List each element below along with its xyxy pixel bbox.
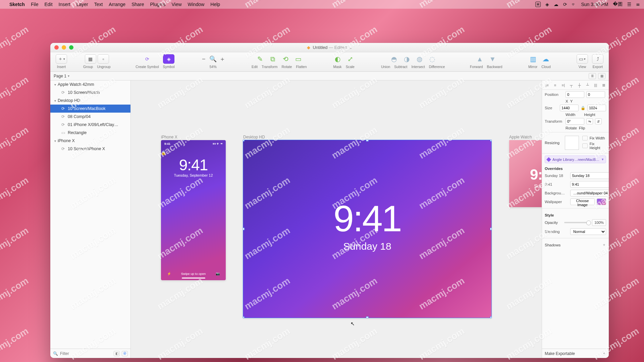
override-time-input[interactable] bbox=[570, 181, 609, 188]
artboard-desktop-selected[interactable]: 9:41 Sunday 18 bbox=[243, 140, 491, 318]
selection-handle[interactable] bbox=[243, 228, 245, 230]
toolbar-export[interactable]: ⤴ Export bbox=[592, 54, 603, 69]
zoom-magnifier-icon[interactable]: 🔍 bbox=[209, 54, 217, 64]
layer-symbol-instance[interactable]: ⟳10 Screen/iPhone X bbox=[50, 145, 130, 153]
backward-button[interactable]: ▼ bbox=[487, 54, 498, 64]
size-lock-icon[interactable]: 🔒 bbox=[581, 106, 585, 110]
dropbox-icon[interactable]: ◈ bbox=[545, 2, 549, 7]
mirror-button[interactable]: ▥ bbox=[527, 54, 539, 64]
zoom-out-button[interactable]: − bbox=[200, 54, 208, 64]
layer-artboard[interactable]: ▾iPhone X bbox=[50, 137, 130, 145]
selection-handle[interactable] bbox=[243, 140, 245, 141]
menu-text[interactable]: Text bbox=[94, 2, 103, 7]
position-x-input[interactable] bbox=[566, 91, 584, 98]
position-y-input[interactable] bbox=[586, 91, 605, 98]
symbol-reference[interactable]: Angle Library…reen/MacBook ▾ bbox=[545, 156, 606, 163]
zoom-in-button[interactable]: ＋ bbox=[218, 54, 226, 64]
align-vcenter-button[interactable]: ┼ bbox=[577, 82, 583, 88]
distribute-h-button[interactable]: ||| bbox=[593, 82, 599, 88]
flatten-button[interactable]: ▭ bbox=[292, 54, 304, 64]
component-view-toggle[interactable]: ▦ bbox=[598, 73, 605, 79]
page-selector[interactable]: Page 1 ▾ ≣ ▦ bbox=[50, 72, 609, 80]
wifi-icon[interactable]: ᯤ bbox=[572, 2, 576, 7]
fix-width-toggle[interactable] bbox=[582, 136, 588, 140]
mask-button[interactable]: ◐ bbox=[332, 54, 343, 64]
menu-plugins[interactable]: Plugins bbox=[150, 2, 166, 7]
selection-handle[interactable] bbox=[490, 140, 491, 141]
align-top-button[interactable]: ┬ bbox=[568, 82, 574, 88]
title-chevron-icon[interactable]: ⌄ bbox=[349, 46, 352, 50]
sync-icon[interactable]: ⟳ bbox=[563, 2, 567, 7]
cloud-button[interactable]: ☁ bbox=[540, 54, 551, 64]
align-bottom-button[interactable]: ┴ bbox=[585, 82, 591, 88]
layer-artboard[interactable]: ▾Desktop HD bbox=[50, 97, 130, 105]
layer-artboard[interactable]: ▾Apple Watch 42mm bbox=[50, 80, 130, 88]
layer-list-view-toggle[interactable]: ≣ bbox=[589, 73, 596, 79]
difference-button[interactable]: ◌ bbox=[426, 54, 438, 64]
menu-share[interactable]: Share bbox=[131, 2, 144, 7]
subtract-button[interactable]: ◑ bbox=[401, 54, 412, 64]
filter-chip[interactable]: ◧ bbox=[114, 351, 120, 356]
selection-handle[interactable] bbox=[490, 228, 491, 230]
artboard-iphone[interactable]: 9:41 ▮▮ ᯤ ▭ 🔒 9:41 Tuesday, September 12… bbox=[161, 140, 226, 280]
menu-layer[interactable]: Layer bbox=[76, 2, 88, 7]
width-input[interactable] bbox=[560, 105, 579, 111]
filter-chip[interactable]: ⦿ bbox=[122, 351, 128, 356]
choose-image-button[interactable]: Choose Image bbox=[570, 198, 595, 205]
intersect-button[interactable]: ◍ bbox=[414, 54, 425, 64]
selection-handle[interactable] bbox=[490, 316, 491, 318]
user-badge[interactable]: H bbox=[535, 2, 541, 7]
forward-button[interactable]: ▲ bbox=[474, 54, 485, 64]
artboard-label[interactable]: Desktop HD bbox=[243, 135, 265, 139]
menu-arrange[interactable]: Arrange bbox=[109, 2, 125, 7]
menu-window[interactable]: Window bbox=[188, 2, 205, 7]
cloud-icon[interactable]: ☁ bbox=[554, 2, 558, 7]
distribute-v-button[interactable]: ≣ bbox=[601, 82, 607, 88]
toolbar-insert[interactable]: ＋▾ Insert bbox=[56, 54, 67, 69]
union-button[interactable]: ◓ bbox=[388, 54, 399, 64]
rotate-input[interactable] bbox=[566, 118, 584, 125]
flip-h-button[interactable]: ⇋ bbox=[586, 118, 593, 124]
layer-filter-input[interactable] bbox=[60, 351, 112, 356]
scale-button[interactable]: ⤢ bbox=[344, 54, 356, 64]
selection-handle[interactable] bbox=[366, 316, 369, 318]
selection-handle[interactable] bbox=[366, 140, 369, 141]
layer-symbol-instance-selected[interactable]: ⟳10 Screen/MacBook bbox=[50, 105, 130, 113]
transform-button[interactable]: ⧉ bbox=[267, 54, 278, 64]
group-button[interactable]: ▦ bbox=[85, 54, 96, 64]
layer-symbol-instance[interactable]: ⟳01 iPhone X/09/Left/Clay… bbox=[50, 121, 130, 129]
wallpaper-swatch[interactable] bbox=[597, 198, 606, 205]
menu-edit[interactable]: Edit bbox=[44, 2, 52, 7]
align-left-button[interactable]: |≡ bbox=[544, 82, 550, 88]
notification-center-icon[interactable]: ≡ bbox=[636, 2, 640, 7]
rotate-button[interactable]: ⟲ bbox=[280, 54, 291, 64]
zoom-value[interactable]: 54% bbox=[210, 65, 217, 69]
blending-select[interactable]: Normal bbox=[570, 228, 606, 235]
menu-view[interactable]: View bbox=[171, 2, 181, 7]
spotlight-icon[interactable]: �圕 bbox=[613, 1, 622, 7]
override-background-select[interactable]: …ound/Wallpaper 04 bbox=[570, 190, 609, 196]
override-sunday-input[interactable] bbox=[570, 172, 609, 179]
add-export-button[interactable]: ＋ bbox=[602, 351, 606, 356]
layer-shape[interactable]: ▭Rectangle bbox=[50, 129, 130, 137]
toolbar-symbol[interactable]: ◈ Symbol bbox=[163, 54, 175, 69]
menu-insert[interactable]: Insert bbox=[59, 2, 70, 7]
ungroup-button[interactable]: ▫ bbox=[98, 54, 109, 64]
add-shadow-button[interactable]: ＋ bbox=[602, 242, 606, 247]
opacity-value[interactable]: 100% bbox=[592, 219, 606, 226]
artboard-watch[interactable]: 9:41 Sunday 18 bbox=[509, 140, 542, 207]
edit-button[interactable]: ✎ bbox=[254, 54, 266, 64]
height-input[interactable] bbox=[587, 105, 606, 111]
resizing-preview[interactable] bbox=[565, 136, 579, 150]
align-hcenter-button[interactable]: ≡ bbox=[552, 82, 558, 88]
canvas[interactable]: iPhone X 9:41 ▮▮ ᯤ ▭ 🔒 9:41 Tuesday, Sep… bbox=[131, 80, 542, 358]
toolbar-create-symbol[interactable]: ⟳ Create Symbol bbox=[136, 54, 159, 69]
align-right-button[interactable]: ≡| bbox=[560, 82, 566, 88]
control-center-icon[interactable]: ☰ bbox=[627, 2, 632, 7]
layer-symbol-instance[interactable]: ⟳10 Screen/Watch bbox=[50, 88, 130, 97]
selection-handle[interactable] bbox=[243, 316, 245, 318]
menu-clock[interactable]: Sun 3:06 PM bbox=[581, 2, 608, 7]
menu-help[interactable]: Help bbox=[210, 2, 220, 7]
menu-file[interactable]: File bbox=[31, 2, 39, 7]
flip-v-button[interactable]: ⇵ bbox=[595, 118, 602, 124]
